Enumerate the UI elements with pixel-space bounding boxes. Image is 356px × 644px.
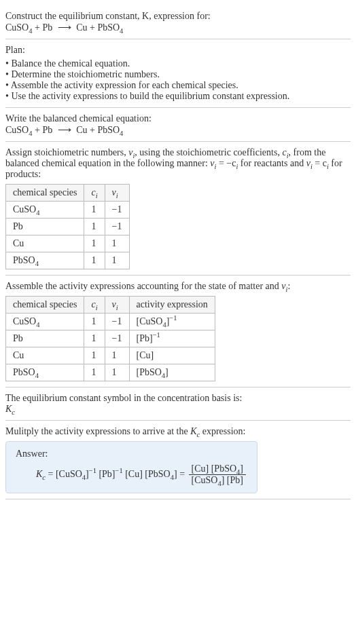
eq-rhs: Cu + PbSO — [74, 22, 120, 33]
k: K — [5, 404, 12, 414]
stoich-table: chemical species ci νi CuSO41−1 Pb1−1 Cu… — [5, 184, 130, 269]
symbol-text: The equilibrium constant symbol in the c… — [5, 393, 351, 404]
act: [Cu] — [137, 350, 154, 360]
sub-i: i — [116, 304, 118, 311]
cell-c: 1 — [84, 219, 105, 235]
plan-item: Use the activity expressions to build th… — [5, 91, 351, 102]
k: K — [190, 426, 196, 436]
sp: CuSO — [13, 204, 36, 214]
cell-c: 1 — [84, 235, 105, 252]
answer-box: Answer: Kc = [CuSO4]−1 [Pb]−1 [Cu] [PbSO… — [5, 441, 257, 493]
intro-equation: CuSO4 + Pb ⟶ Cu + PbSO4 — [5, 22, 351, 33]
txt: ] [Pb] — [221, 475, 243, 485]
table-header-row: chemical species ci νi activity expressi… — [6, 297, 215, 314]
cell-v: −1 — [105, 202, 129, 219]
sub: 4 — [35, 372, 39, 379]
sp: Pb — [13, 221, 23, 231]
col-nui: νi — [105, 297, 129, 314]
plan-item: Determine the stoichiometric numbers. — [5, 69, 351, 80]
answer-label: Answer: — [16, 449, 247, 459]
sp: PbSO — [13, 255, 35, 265]
sup: −1 — [153, 331, 160, 339]
txt: [Cu] [PbSO — [192, 463, 237, 474]
activity-text: Assemble the activity expressions accoun… — [5, 281, 351, 292]
cell-v: 1 — [105, 364, 129, 381]
cell-v: −1 — [105, 330, 129, 347]
cell-c: 1 — [84, 347, 105, 364]
act: [Pb] — [137, 333, 153, 343]
txt: Mulitply the activity expressions to arr… — [5, 426, 190, 436]
cell-activity: [PbSO4] — [129, 364, 215, 381]
balanced-equation: CuSO4 + Pb ⟶ Cu + PbSO4 — [5, 124, 351, 136]
cell-species: Pb — [6, 330, 84, 347]
col-ci: ci — [84, 297, 105, 314]
eq-rhs: Cu + PbSO — [74, 125, 120, 135]
sub: 4 — [35, 260, 39, 267]
sub-i: i — [96, 304, 98, 311]
cell-c: 1 — [84, 364, 105, 381]
cell-species: PbSO4 — [6, 364, 84, 381]
arrow-icon: ⟶ — [58, 124, 71, 136]
cell-v: −1 — [105, 219, 129, 235]
plan-item: Assemble the activity expression for eac… — [5, 80, 351, 91]
txt: = −c — [216, 158, 236, 168]
table-row: Pb1−1[Pb]−1 — [6, 330, 215, 347]
cell-c: 1 — [84, 314, 105, 330]
eq-lhs: CuSO — [5, 125, 29, 135]
eq-sub: 4 — [120, 130, 123, 137]
txt: [Pb] — [96, 469, 115, 479]
cell-species: PbSO4 — [6, 252, 84, 269]
eq-sub: 4 — [120, 27, 123, 35]
eq-plus: + Pb — [32, 22, 54, 33]
txt: = [CuSO — [46, 469, 82, 479]
cell-species: CuSO4 — [6, 314, 84, 330]
assign-text: Assign stoichiometric numbers, νi, using… — [5, 147, 351, 180]
eq-lhs: CuSO — [5, 22, 29, 33]
plan-list: Balance the chemical equation. Determine… — [5, 58, 351, 102]
table-row: PbSO411[PbSO4] — [6, 364, 215, 381]
sub-c: c — [12, 409, 15, 416]
activity-table: chemical species ci νi activity expressi… — [5, 296, 215, 381]
sub: 4 — [36, 321, 39, 328]
intro-text: Construct the equilibrium constant, K, e… — [5, 11, 211, 21]
cell-v: 1 — [105, 235, 129, 252]
symbol-kc: Kc — [5, 404, 351, 415]
sub-i: i — [96, 192, 98, 200]
sp: Cu — [13, 350, 24, 360]
txt: , using the stoichiometric coefficients, — [135, 147, 282, 157]
txt: ] — [240, 463, 243, 474]
sup: −1 — [169, 314, 177, 322]
sub: 4 — [36, 209, 39, 216]
table-row: Cu11[Cu] — [6, 347, 215, 364]
intro-line1: Construct the equilibrium constant, K, e… — [5, 11, 351, 22]
txt: for reactants and — [238, 158, 306, 168]
cell-v: 1 — [105, 252, 129, 269]
balanced-section: Write the balanced chemical equation: Cu… — [5, 108, 351, 142]
sup: −1 — [89, 467, 96, 474]
sub: 4 — [82, 474, 86, 481]
multiply-section: Mulitply the activity expressions to arr… — [5, 421, 351, 499]
sp: Cu — [13, 238, 24, 248]
cell-c: 1 — [84, 202, 105, 219]
sp: PbSO — [13, 367, 35, 377]
intro-section: Construct the equilibrium constant, K, e… — [5, 5, 351, 39]
txt: : — [287, 281, 290, 291]
sp: CuSO — [13, 316, 36, 326]
denominator: [CuSO4] [Pb] — [189, 475, 246, 486]
plan-title: Plan: — [5, 45, 351, 56]
cell-v: 1 — [105, 347, 129, 364]
cell-activity: [Cu] — [129, 347, 215, 364]
act: [PbSO — [137, 367, 162, 377]
plan-section: Plan: Balance the chemical equation. Det… — [5, 39, 351, 108]
table-row: CuSO41−1 — [6, 202, 130, 219]
txt: Assign stoichiometric numbers, — [5, 147, 128, 157]
cell-species: Pb — [6, 219, 84, 235]
act: [CuSO — [137, 316, 163, 326]
answer-expression: Kc = [CuSO4]−1 [Pb]−1 [Cu] [PbSO4] = [Cu… — [16, 463, 247, 486]
numerator: [Cu] [PbSO4] — [189, 463, 246, 475]
col-nui: νi — [105, 185, 129, 202]
cell-v: −1 — [105, 314, 129, 330]
symbol-section: The equilibrium constant symbol in the c… — [5, 387, 351, 421]
sub-i: i — [116, 192, 118, 200]
txt: [Cu] [PbSO — [123, 469, 171, 479]
